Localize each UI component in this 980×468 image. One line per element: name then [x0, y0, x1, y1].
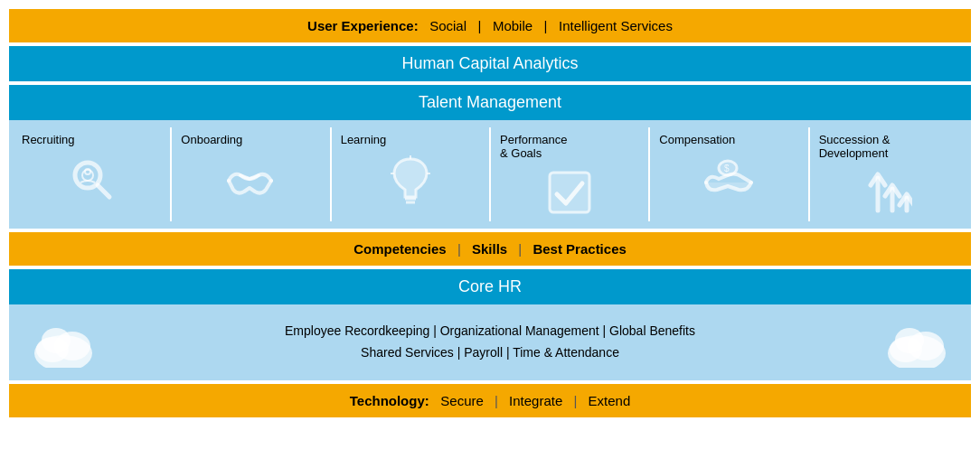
tm-module-label-learning: Learning — [341, 133, 387, 146]
comp-competencies: Competencies — [353, 241, 447, 257]
corehr-line2: Shared Services | Payroll | Time & Atten… — [108, 342, 872, 364]
tm-header: Talent Management — [9, 85, 971, 120]
corehr-text: Employee Recordkeeping | Organizational … — [108, 321, 872, 364]
svg-line-1 — [98, 185, 109, 197]
corehr-header: Core HR — [9, 269, 971, 304]
bulb-icon — [341, 155, 480, 208]
tm-module-onboarding: Onboarding — [172, 127, 331, 221]
tech-bar: Technology: Secure | Integrate | Extend — [9, 384, 971, 417]
arrows-up-icon — [819, 169, 958, 216]
checkmark-icon — [500, 169, 639, 216]
tm-module-label-onboarding: Onboarding — [181, 133, 242, 146]
handshake-icon — [181, 155, 320, 199]
tech-integrate: Integrate — [509, 393, 562, 408]
tech-secure: Secure — [433, 393, 484, 408]
tm-module-label-performance: Performance& Goals — [500, 133, 567, 160]
tm-module-succession: Succession &Development — [810, 127, 967, 221]
core-hr-section: Core HR Employee Recordkeeping | Organiz… — [9, 269, 971, 380]
ux-items: Social | Mobile | Intelligent Services — [422, 18, 673, 33]
hca-label: Human Capital Analytics — [401, 54, 578, 72]
svg-point-3 — [85, 169, 90, 174]
tm-module-performance: Performance& Goals — [491, 127, 650, 221]
comp-skills: Skills — [472, 241, 507, 257]
search-icon — [22, 155, 161, 202]
ux-label-bold: User Experience: — [307, 18, 419, 33]
comp-bar: Competencies | Skills | Best Practices — [9, 232, 971, 266]
tm-module-recruiting: Recruiting — [13, 127, 172, 221]
hand-money-icon: $ — [659, 155, 798, 195]
tm-module-compensation: Compensation $ — [650, 127, 809, 221]
tech-extend: Extend — [589, 393, 631, 408]
comp-best-practices: Best Practices — [532, 241, 626, 257]
corehr-body: Employee Recordkeeping | Organizational … — [9, 304, 971, 380]
tm-module-label-recruiting: Recruiting — [22, 133, 75, 146]
svg-point-18 — [42, 328, 71, 353]
tech-label-bold: Technology: — [350, 393, 429, 408]
tm-module-learning: Learning — [332, 127, 491, 221]
tm-module-label-succession: Succession &Development — [819, 133, 890, 160]
tm-module-label-compensation: Compensation — [659, 133, 735, 146]
ux-bar: User Experience: Social | Mobile | Intel… — [9, 9, 971, 42]
hca-bar: Human Capital Analytics — [9, 46, 971, 81]
cloud-left-icon — [27, 317, 99, 368]
corehr-line1: Employee Recordkeeping | Organizational … — [108, 321, 872, 342]
cloud-right-icon — [881, 317, 953, 368]
tm-modules: Recruiting Onboarding — [9, 120, 971, 229]
svg-text:$: $ — [724, 164, 730, 173]
svg-point-22 — [895, 328, 924, 353]
talent-management-section: Talent Management Recruiting Onboarding — [9, 85, 971, 229]
